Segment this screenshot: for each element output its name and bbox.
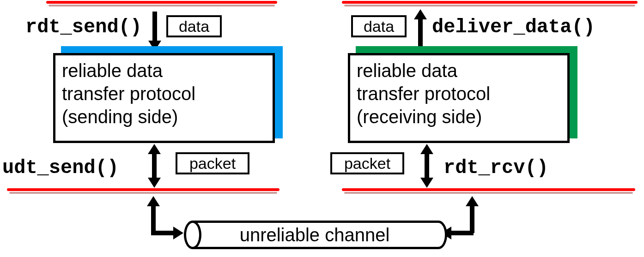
packet-label-box-receiver: packet [330,152,404,174]
packet-label-receiver-text: packet [344,155,390,173]
sender-box-text: reliable data transfer protocol (sending… [55,55,273,132]
data-label-box-sender: data [166,15,222,37]
udt-send-label: udt_send() [2,157,119,179]
unreliable-channel-text: unreliable channel [240,225,390,245]
receiver-box-text: reliable data transfer protocol (receivi… [350,55,567,132]
mid-red-line-left [7,188,279,191]
rdt-rcv-label: rdt_rcv() [444,157,548,179]
right-l-shaft-h [450,231,474,235]
left-l-arrow-right [173,227,183,239]
packet-label-sender-text: packet [189,155,236,173]
data-label-receiver-text: data [364,18,394,36]
rdt-rcv-arrow-up [420,144,433,154]
unreliable-channel: unreliable channel [192,221,437,249]
top-red-line-left [46,1,277,4]
right-l-arrow-up [466,196,479,206]
rdt-send-label: rdt_send() [25,16,142,38]
right-l-shaft-v [470,205,474,233]
left-l-shaft-v [151,205,156,233]
deliver-data-arrow-shaft [418,18,423,48]
left-l-shaft-h [151,231,174,235]
sender-box: reliable data transfer protocol (sending… [53,53,275,143]
mid-red-line-left-shadow [9,192,277,194]
data-label-box-receiver: data [351,15,407,37]
data-label-sender-text: data [179,18,209,36]
deliver-data-arrow-head [414,9,427,19]
udt-send-arrow-shaft [152,153,157,179]
udt-send-arrow-up [148,144,161,154]
top-red-line-right-shadow [344,5,635,6]
deliver-data-label: deliver_data() [432,16,595,38]
top-red-line-right [342,1,638,4]
mid-red-line-right [342,188,635,191]
top-red-line-left-shadow [49,5,275,6]
rdt-rcv-arrow-shaft [425,153,429,179]
receiver-box: reliable data transfer protocol (receivi… [348,53,570,143]
left-l-arrow-up [147,196,160,206]
udt-send-arrow-down [148,178,161,188]
packet-label-box-sender: packet [176,152,249,174]
rdt-rcv-arrow-down [420,178,433,188]
cylinder-left-cap [184,221,201,249]
rdt-send-arrow-shaft [152,12,157,42]
mid-red-line-right-shadow [344,192,633,194]
